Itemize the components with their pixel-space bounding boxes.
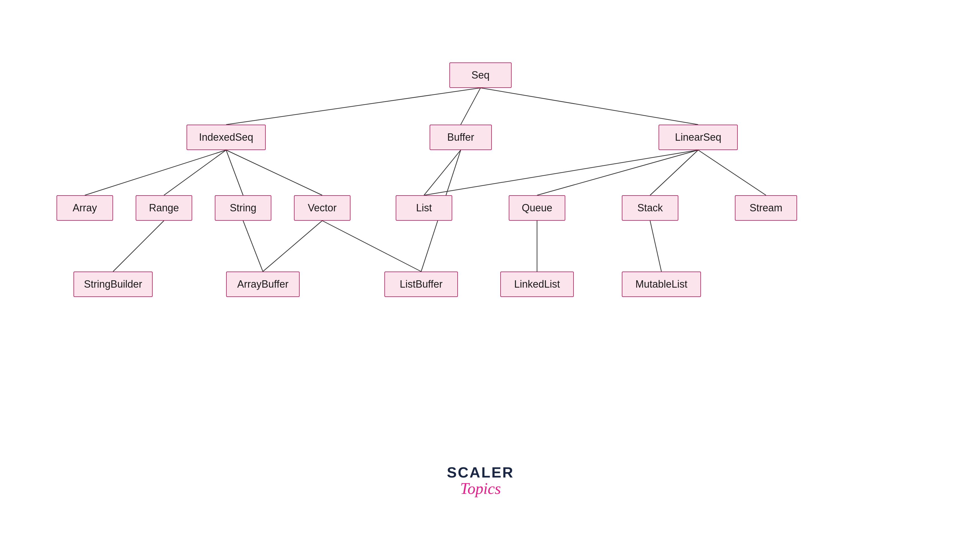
svg-line-10 xyxy=(537,150,698,195)
node-mutablelist: MutableList xyxy=(622,271,701,297)
logo-scaler-text: SCALER xyxy=(447,464,514,481)
svg-line-13 xyxy=(113,221,164,271)
svg-line-3 xyxy=(85,150,226,195)
svg-line-2 xyxy=(480,88,698,125)
node-queue: Queue xyxy=(509,195,565,221)
node-buffer: Buffer xyxy=(430,125,492,150)
node-string: String xyxy=(215,195,272,221)
svg-line-11 xyxy=(650,150,698,195)
node-range: Range xyxy=(136,195,192,221)
svg-line-4 xyxy=(164,150,226,195)
svg-line-9 xyxy=(424,150,698,195)
node-linkedlist: LinkedList xyxy=(500,271,574,297)
logo: SCALER Topics xyxy=(447,464,514,497)
node-list: List xyxy=(396,195,452,221)
node-array: Array xyxy=(56,195,113,221)
node-linearseq: LinearSeq xyxy=(659,125,738,150)
svg-line-7 xyxy=(424,150,461,195)
node-arraybuffer: ArrayBuffer xyxy=(226,271,300,297)
connection-lines xyxy=(28,40,933,520)
svg-line-18 xyxy=(650,221,661,271)
node-listbuffer: ListBuffer xyxy=(384,271,458,297)
svg-line-0 xyxy=(226,88,480,125)
svg-line-16 xyxy=(322,221,421,271)
diagram-container: SeqIndexedSeqBufferLinearSeqArrayRangeSt… xyxy=(28,40,933,520)
node-stringbuilder: StringBuilder xyxy=(74,271,153,297)
node-stream: Stream xyxy=(735,195,797,221)
svg-line-12 xyxy=(698,150,766,195)
logo-topics-text: Topics xyxy=(460,480,501,497)
node-seq: Seq xyxy=(449,63,512,88)
node-indexedseq: IndexedSeq xyxy=(186,125,266,150)
node-vector: Vector xyxy=(294,195,350,221)
svg-line-1 xyxy=(461,88,480,125)
svg-line-14 xyxy=(243,221,263,271)
svg-line-5 xyxy=(226,150,243,195)
svg-line-6 xyxy=(226,150,322,195)
node-stack: Stack xyxy=(622,195,678,221)
svg-line-15 xyxy=(263,221,322,271)
